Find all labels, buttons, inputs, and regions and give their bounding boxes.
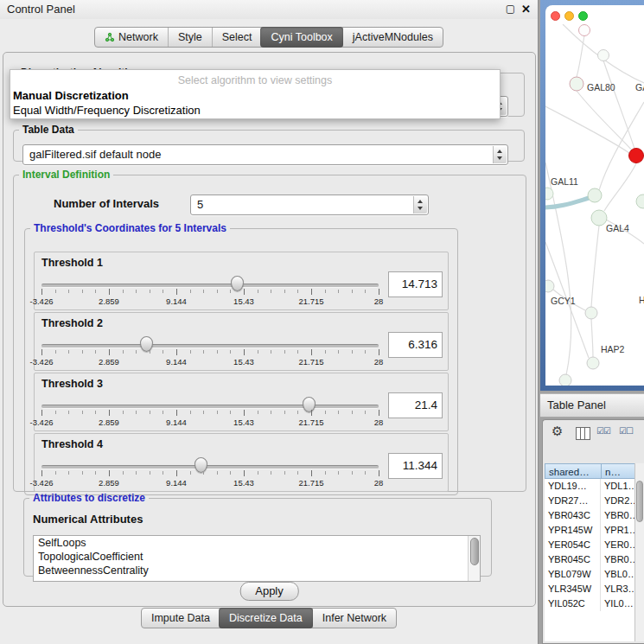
- table-row[interactable]: YDL19…YDL1…: [545, 479, 635, 494]
- combo-stepper-icon[interactable]: [413, 196, 427, 214]
- table-row[interactable]: YBL079WYBL0…: [545, 567, 635, 582]
- tab-style[interactable]: Style: [168, 28, 212, 47]
- threshold-value-field[interactable]: 11.344: [388, 453, 443, 479]
- tick-label: 21.715: [298, 296, 323, 306]
- network-node[interactable]: [559, 374, 571, 386]
- tab-select[interactable]: Select: [212, 28, 262, 47]
- node-label-gal11: GAL11: [551, 176, 578, 187]
- apply-button[interactable]: Apply: [239, 582, 299, 601]
- threshold-slider[interactable]: -3.426 2.859 9.144 15.43 21.715 28: [41, 275, 379, 308]
- cell: YBL079W: [545, 567, 601, 582]
- network-node[interactable]: [579, 25, 590, 36]
- threshold-value-field[interactable]: 6.316: [388, 332, 443, 358]
- table-row[interactable]: YBR043CYBR0…: [545, 508, 635, 523]
- scrollbar-thumb[interactable]: [636, 481, 643, 522]
- tick-label: 9.144: [166, 296, 187, 306]
- table-data-combobox[interactable]: galFiltered.sif default node: [22, 144, 508, 165]
- gear-icon[interactable]: ⚙: [552, 424, 563, 439]
- table-row[interactable]: YBR045CYBR0…: [545, 552, 635, 567]
- cell: YDR2…: [602, 494, 635, 508]
- tab-discretize-data[interactable]: Discretize Data: [219, 608, 313, 628]
- list-item[interactable]: BetweennessCentrality: [34, 564, 480, 577]
- minimize-window-icon[interactable]: [564, 11, 574, 21]
- cell: YIL052C: [545, 596, 601, 611]
- threshold-4-box: Threshold 4 11.344 -3.426 2.859 9.144 15…: [34, 433, 449, 492]
- slider-track[interactable]: [41, 284, 379, 288]
- slider-ticks: [41, 471, 379, 475]
- threshold-slider[interactable]: -3.426 2.859 9.144 15.43 21.715 28: [41, 456, 379, 489]
- network-canvas[interactable]: GAL80 GA GAL11 GAL4 GCY1 H HAP2: [545, 5, 644, 386]
- threshold-label: Threshold 4: [41, 438, 103, 450]
- slider-ticks: [41, 411, 379, 415]
- dropdown-option-manual-discretization[interactable]: Manual Discretization: [10, 88, 500, 103]
- table-row[interactable]: YIL052CYIL0…: [545, 596, 635, 611]
- slider-track[interactable]: [41, 344, 379, 348]
- cyni-toolbox-panel: Discretization Algorithm Select algorith…: [3, 52, 536, 607]
- close-icon[interactable]: ✕: [521, 3, 531, 16]
- tick-label: 28: [374, 418, 384, 427]
- tab-label: Network: [118, 31, 158, 43]
- tab-infer-network[interactable]: Infer Network: [312, 609, 396, 628]
- tab-jactivemnodules[interactable]: jActiveMNodules: [342, 28, 443, 47]
- table-row[interactable]: YPR145WYPR1…: [545, 523, 635, 538]
- numerical-attributes-label: Numerical Attributes: [33, 513, 143, 526]
- columns-icon[interactable]: [576, 427, 590, 440]
- threshold-value-field[interactable]: 21.4: [388, 392, 443, 418]
- select-all-checkboxes-icon[interactable]: ☑☑: [596, 426, 610, 436]
- list-item[interactable]: TopologicalCoefficient: [34, 550, 480, 564]
- num-intervals-combobox[interactable]: 5: [190, 194, 429, 215]
- tab-label: Impute Data: [151, 612, 210, 624]
- slider-track[interactable]: [41, 405, 379, 409]
- zoom-window-icon[interactable]: [578, 11, 588, 21]
- checkbox-edit-icon[interactable]: ☑☐: [619, 426, 633, 436]
- network-node[interactable]: [598, 50, 609, 61]
- node-label-gal80: GAL80: [587, 82, 615, 92]
- tick-label: 15.43: [233, 296, 254, 306]
- highlighted-edge[interactable]: [545, 197, 592, 207]
- tab-cyni-toolbox[interactable]: Cyni Toolbox: [260, 27, 342, 48]
- cell: YER0…: [602, 538, 635, 552]
- network-node-hap2[interactable]: [587, 357, 599, 369]
- tab-impute-data[interactable]: Impute Data: [142, 609, 220, 628]
- network-node-selected[interactable]: [629, 149, 644, 163]
- network-node[interactable]: [545, 188, 553, 200]
- scrollbar-thumb[interactable]: [470, 538, 479, 565]
- network-node-gal80[interactable]: [570, 77, 583, 91]
- tick-label: 28: [374, 357, 384, 367]
- tick-label: 21.715: [298, 478, 323, 488]
- threshold-label: Threshold 1: [41, 257, 103, 269]
- network-node-gal11[interactable]: [588, 188, 602, 202]
- threshold-value-field[interactable]: 14.713: [388, 271, 443, 297]
- tick-label: 2.859: [99, 478, 119, 488]
- interval-definition-legend: Interval Definition: [19, 169, 113, 181]
- threshold-1-box: Threshold 1 14.713 -3.426 2.859 9.144 15…: [34, 252, 449, 310]
- combo-stepper-icon[interactable]: [493, 146, 507, 163]
- threshold-slider[interactable]: -3.426 2.859 9.144 15.43 21.715 28: [41, 335, 379, 368]
- table-row[interactable]: YDR27…YDR2…: [545, 494, 635, 508]
- table-panel-header: Table Panel: [540, 393, 644, 418]
- network-node[interactable]: [585, 307, 597, 319]
- network-node-gcy1[interactable]: [545, 280, 554, 292]
- slider-ticks: [41, 290, 379, 294]
- network-node-gal4[interactable]: [591, 210, 607, 226]
- threshold-slider[interactable]: -3.426 2.859 9.144 15.43 21.715 28: [41, 396, 379, 429]
- tick-label: -3.426: [30, 478, 54, 488]
- table-scrollbar[interactable]: [634, 463, 644, 641]
- tab-network[interactable]: Network: [95, 28, 168, 47]
- dropdown-option-equal-width[interactable]: Equal Width/Frequency Discretization: [10, 103, 500, 118]
- network-node[interactable]: [636, 194, 644, 208]
- list-item[interactable]: SelfLoops: [34, 536, 480, 550]
- column-header-shared-name[interactable]: shared…: [545, 463, 602, 479]
- table-data-fieldset: Table Data galFiltered.sif default node: [13, 124, 525, 162]
- float-window-icon[interactable]: ▢: [506, 3, 515, 15]
- tick-label: 15.43: [233, 478, 254, 488]
- table-row[interactable]: YER054CYER0…: [545, 538, 635, 552]
- table-row[interactable]: YLR345WYLR3…: [545, 582, 635, 596]
- close-window-icon[interactable]: [551, 11, 560, 21]
- slider-track[interactable]: [41, 465, 379, 469]
- column-header-name[interactable]: n…: [601, 463, 635, 479]
- list-scrollbar[interactable]: [468, 536, 480, 581]
- dropdown-placeholder: Select algorithm to view settings: [10, 73, 500, 88]
- tab-label: Discretize Data: [229, 612, 303, 624]
- control-panel-titlebar: Control Panel ▢ ✕: [0, 0, 538, 19]
